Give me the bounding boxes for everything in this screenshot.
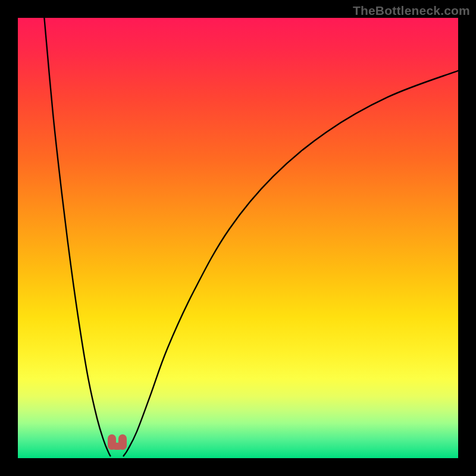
watermark-text: TheBottleneck.com	[353, 4, 470, 18]
curve-right-branch	[124, 71, 458, 456]
chart-area	[18, 18, 458, 458]
bottleneck-curve	[18, 18, 458, 458]
curve-left-branch	[44, 18, 110, 456]
marker-bridge	[112, 443, 123, 450]
optimum-marker	[108, 434, 127, 450]
